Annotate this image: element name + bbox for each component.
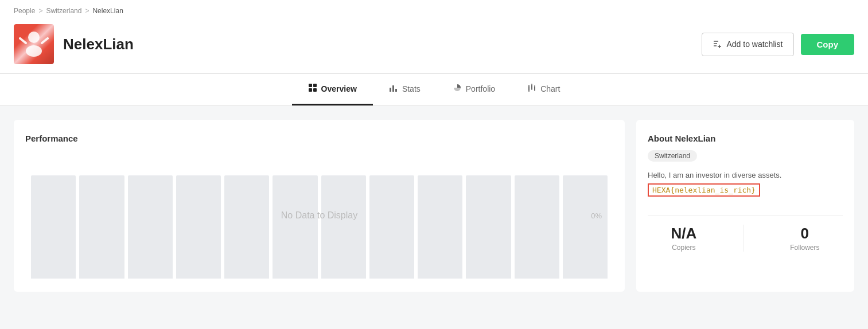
grid-icon (308, 83, 317, 95)
svg-point-1 (26, 45, 42, 57)
svg-line-2 (20, 38, 26, 43)
country-badge: Switzerland (648, 150, 697, 162)
tabs-bar: Overview Stats Portfolio (0, 74, 868, 106)
copiers-label: Copiers (671, 244, 696, 252)
watchlist-label: Add to watchlist (726, 40, 783, 49)
chart-bar-col-5 (224, 175, 269, 279)
bio-text: Hello, I am an investor in diverse asset… (648, 170, 843, 181)
tab-chart[interactable]: Chart (511, 74, 576, 105)
followers-stat: 0 Followers (790, 225, 819, 252)
bar-chart-icon (389, 83, 398, 95)
chart-bar-col-9 (418, 175, 462, 279)
top-header: People > Switzerland > NelexLian NelexLi… (0, 0, 868, 74)
stats-row: N/A Copiers 0 Followers (648, 225, 843, 252)
svg-rect-9 (309, 84, 312, 87)
pie-chart-icon (453, 83, 462, 95)
svg-point-0 (28, 32, 40, 43)
svg-rect-10 (313, 84, 317, 87)
chart-bar-col-6 (273, 175, 317, 279)
chart-bar-col-3 (128, 175, 173, 279)
performance-title: Performance (25, 134, 613, 143)
chart-bar-col-7 (321, 175, 366, 279)
chart-bar-col-1 (31, 175, 76, 279)
profile-name: NelexLian (63, 36, 692, 53)
flag-text: HEXA{nelexlian_is_rich} (648, 183, 760, 197)
about-divider (648, 215, 843, 216)
chart-area: No Data to Display 0% (25, 152, 613, 279)
svg-rect-15 (395, 89, 397, 92)
about-card: About NelexLian Switzerland Hello, I am … (636, 120, 854, 292)
avatar (14, 24, 54, 64)
tab-stats[interactable]: Stats (373, 74, 437, 105)
main-content: Performance No Data to Display 0% About … (0, 106, 868, 306)
chart-bar-col-11 (515, 175, 559, 279)
tab-portfolio-label: Portfolio (466, 84, 495, 93)
followers-value: 0 (790, 225, 819, 242)
svg-rect-13 (390, 88, 391, 92)
tab-overview[interactable]: Overview (292, 74, 373, 105)
stat-divider (743, 225, 744, 252)
svg-rect-16 (528, 86, 530, 91)
breadcrumb-current: NelexLian (92, 7, 123, 15)
svg-rect-19 (531, 85, 532, 89)
chart-bar-col-8 (369, 175, 414, 279)
candlestick-icon (527, 83, 536, 95)
copiers-stat: N/A Copiers (671, 225, 696, 252)
breadcrumb-sep-2: > (85, 7, 89, 15)
copy-button[interactable]: Copy (801, 34, 855, 55)
followers-label: Followers (790, 244, 819, 252)
avatar-image (17, 27, 51, 61)
tab-overview-label: Overview (321, 84, 357, 93)
breadcrumb-people[interactable]: People (14, 7, 35, 15)
breadcrumb-sep-1: > (38, 7, 42, 15)
about-title: About NelexLian (648, 134, 843, 143)
add-to-watchlist-button[interactable]: Add to watchlist (702, 33, 793, 56)
svg-line-3 (42, 38, 48, 43)
profile-actions: Add to watchlist Copy (702, 33, 854, 56)
breadcrumb: People > Switzerland > NelexLian (14, 0, 854, 18)
watchlist-icon (713, 39, 722, 50)
performance-card: Performance No Data to Display 0% (14, 120, 625, 292)
chart-bar-col-10 (466, 175, 511, 279)
chart-bar-col-2 (79, 175, 124, 279)
tab-stats-label: Stats (402, 84, 421, 93)
chart-bar-col-4 (176, 175, 221, 279)
profile-bar: NelexLian Add to watchlist Copy (14, 18, 854, 73)
copiers-value: N/A (671, 225, 696, 242)
tab-portfolio[interactable]: Portfolio (437, 74, 511, 105)
chart-bar-col-12 (563, 175, 608, 279)
svg-rect-11 (309, 88, 312, 92)
svg-rect-14 (392, 85, 394, 92)
percent-label: 0% (591, 211, 602, 220)
svg-rect-12 (313, 88, 317, 92)
svg-rect-22 (534, 87, 535, 90)
tab-chart-label: Chart (540, 84, 560, 93)
breadcrumb-switzerland[interactable]: Switzerland (46, 7, 81, 15)
